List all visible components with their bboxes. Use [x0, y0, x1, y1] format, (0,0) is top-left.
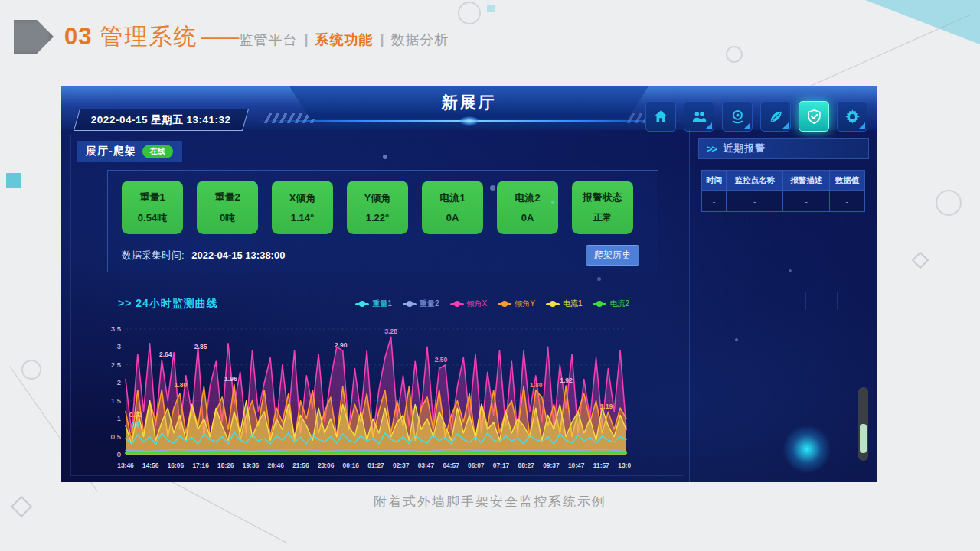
svg-text:2.5: 2.5 — [111, 360, 121, 369]
metric-label: 报警状态 — [583, 191, 622, 204]
slide-caption: 附着式外墙脚手架安全监控系统示例 — [0, 493, 980, 510]
slide-title: 管理系统 — [100, 21, 198, 53]
ring-decoration — [936, 190, 962, 216]
monitor-chart: 00.511.522.533.513:4614:5616:0617:1618:2… — [103, 321, 631, 474]
legend-label: 电流1 — [563, 298, 583, 309]
svg-text:2: 2 — [117, 378, 121, 386]
legend-label: 电流2 — [609, 298, 629, 309]
users-button[interactable] — [684, 101, 714, 132]
metric-label: 重量1 — [139, 191, 165, 204]
teal-square-decoration — [6, 173, 21, 188]
chart-section-title: >> 24小时监测曲线 — [118, 297, 218, 311]
collect-time-value: 2022-04-15 13:38:00 — [191, 249, 285, 261]
leaf-button[interactable] — [760, 101, 791, 132]
metric-card: 重量20吨 — [197, 181, 258, 234]
home-icon — [653, 109, 668, 124]
legend-item[interactable]: 倾角Y — [498, 298, 535, 309]
shield-button[interactable] — [799, 101, 829, 132]
scrollbar[interactable] — [858, 387, 868, 461]
svg-text:1.92: 1.92 — [560, 377, 573, 384]
legend-item[interactable]: 倾角X — [450, 298, 488, 309]
metric-value: 0A — [521, 212, 534, 223]
chart-title-row: >> 24小时监测曲线 重量1重量2倾角X倾角Y电流1电流2 — [118, 297, 629, 311]
breadcrumb: 监管平台|系统功能|数据分析 — [239, 31, 449, 49]
svg-text:1.19: 1.19 — [600, 403, 613, 410]
dashboard-title: 新展厅 — [442, 92, 497, 113]
legend-marker — [546, 303, 560, 305]
svg-text:2.90: 2.90 — [335, 341, 348, 349]
dot-decoration — [490, 185, 495, 191]
metric-label: 重量2 — [214, 191, 240, 204]
svg-text:1.80: 1.80 — [530, 381, 543, 389]
users-icon — [691, 109, 707, 125]
slide-header: 03 管理系统 —— 监管平台|系统功能|数据分析 — [14, 20, 449, 54]
legend-item[interactable]: 电流2 — [593, 298, 629, 309]
alarm-column-header: 数据值 — [829, 171, 864, 191]
ring-decoration — [21, 360, 41, 380]
legend-marker — [498, 303, 511, 305]
corner-triangle-decoration — [865, 0, 980, 44]
metric-card: X倾角1.14° — [272, 181, 333, 234]
alarm-row: ---- — [702, 191, 865, 212]
chart-legend: 重量1重量2倾角X倾角Y电流1电流2 — [355, 298, 629, 309]
svg-text:04:57: 04:57 — [443, 461, 459, 469]
metric-value: 0吨 — [220, 211, 235, 225]
gear-icon — [844, 109, 861, 125]
breadcrumb-item: 监管平台 — [239, 31, 297, 49]
svg-text:06:07: 06:07 — [468, 461, 485, 469]
legend-marker — [593, 303, 606, 305]
square-outline-decoration — [912, 252, 929, 269]
svg-text:13:46: 13:46 — [117, 461, 134, 469]
hexagon-decoration — [805, 283, 838, 318]
breadcrumb-item: 数据分析 — [391, 31, 449, 49]
svg-text:07:17: 07:17 — [493, 461, 510, 469]
svg-text:02:37: 02:37 — [393, 461, 410, 469]
dashboard: 新展厅 2022-04-15 星期五 13:41:32 — [61, 86, 877, 482]
svg-text:1.80: 1.80 — [175, 381, 188, 389]
legend-item[interactable]: 电流1 — [546, 298, 583, 309]
teal-square-decoration — [487, 5, 495, 12]
dot-decoration — [735, 338, 738, 341]
home-button[interactable] — [645, 101, 676, 132]
svg-text:0.5: 0.5 — [131, 421, 140, 429]
settings-button[interactable] — [837, 101, 867, 132]
dot-decoration — [597, 277, 601, 281]
alarm-panel-header: >> 近期报警 — [698, 138, 869, 159]
svg-text:2.50: 2.50 — [435, 356, 448, 364]
panel-divider — [689, 130, 690, 482]
svg-text:16:06: 16:06 — [168, 461, 185, 469]
slide-number: 03 — [64, 23, 92, 51]
ring-decoration — [726, 46, 743, 63]
svg-text:0.22: 0.22 — [129, 411, 142, 419]
alarm-column-header: 报警描述 — [783, 171, 829, 191]
svg-text:10:47: 10:47 — [568, 461, 585, 469]
ring-decoration — [458, 2, 481, 24]
icon-toolbar — [645, 101, 867, 132]
camera-icon — [730, 109, 746, 125]
alarm-cell: - — [702, 191, 727, 212]
collect-time-label: 数据采集时间: — [122, 249, 185, 261]
alarm-cell: - — [783, 191, 829, 212]
svg-text:21:56: 21:56 — [292, 461, 309, 469]
status-badge: 在线 — [142, 145, 173, 158]
shield-check-icon — [806, 109, 822, 125]
dot-decoration — [383, 155, 387, 159]
svg-text:14:56: 14:56 — [142, 461, 159, 469]
alarm-table: 时间监控点名称报警描述数据值---- — [701, 170, 865, 212]
svg-text:2.64: 2.64 — [159, 350, 172, 358]
glow-orb-decoration — [782, 425, 831, 474]
metric-value: 正常 — [593, 211, 612, 224]
metrics-panel: 重量10.54吨重量20吨X倾角1.14°Y倾角1.22°电流10A电流20A报… — [107, 170, 658, 272]
svg-text:18:26: 18:26 — [217, 461, 234, 469]
svg-text:1.96: 1.96 — [224, 375, 237, 383]
scrollbar-thumb[interactable] — [860, 424, 867, 453]
svg-text:00:16: 00:16 — [343, 461, 360, 469]
metric-label: Y倾角 — [364, 191, 391, 205]
legend-item[interactable]: 重量1 — [355, 298, 392, 309]
legend-item[interactable]: 重量2 — [403, 298, 439, 309]
metric-value: 0A — [446, 212, 459, 223]
svg-text:17:16: 17:16 — [192, 461, 209, 469]
breadcrumb-separator: | — [381, 32, 384, 48]
history-button[interactable]: 爬架历史 — [586, 245, 639, 266]
camera-button[interactable] — [722, 101, 753, 132]
